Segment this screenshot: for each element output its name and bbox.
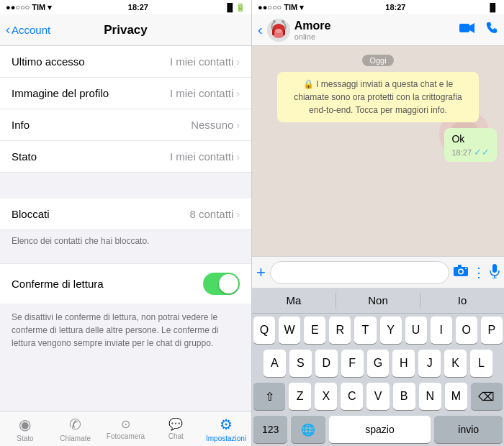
time-right: 18:27 [385, 3, 405, 12]
pred-word-2[interactable]: Non [336, 294, 420, 306]
key-f[interactable]: F [341, 350, 364, 377]
key-d[interactable]: D [315, 350, 338, 377]
status-cell[interactable]: Stato I miei contatti › [0, 141, 251, 173]
camera-icon [454, 265, 468, 276]
chat-body: Oggi 🔒 I messaggi inviati a questa chat … [252, 46, 504, 256]
blocked-cell[interactable]: Bloccati 8 contatti › [0, 199, 251, 230]
info-label: Info [12, 119, 30, 131]
chat-input-bar: + ⋮ [252, 256, 504, 288]
svg-rect-19 [492, 264, 497, 273]
key-s[interactable]: S [289, 350, 312, 377]
section-separator [0, 173, 251, 199]
message-time: 18:27 [451, 148, 472, 157]
mic-button[interactable] [490, 264, 500, 281]
date-badge: Oggi [259, 53, 497, 66]
key-u[interactable]: U [405, 317, 427, 344]
message-meta: 18:27 ✓✓ [451, 147, 490, 158]
key-h[interactable]: H [392, 350, 415, 377]
key-m[interactable]: M [445, 383, 467, 410]
status-label: Stato [12, 150, 37, 163]
battery-left: ▐▌🔋 [224, 3, 246, 12]
last-seen-cell[interactable]: Ultimo accesso I miei contatti › [0, 46, 251, 78]
key-w[interactable]: W [279, 317, 300, 344]
tab-fotocamera[interactable]: ⊙ Fotocamera [101, 417, 151, 440]
last-seen-label: Ultimo accesso [12, 55, 85, 68]
key-i[interactable]: I [431, 317, 452, 344]
chat-action-buttons [459, 22, 498, 38]
add-button[interactable]: + [256, 263, 266, 282]
profile-photo-cell[interactable]: Immagine del profilo I miei contatti › [0, 78, 251, 109]
key-row-4: 123 🌐 spazio invio [253, 416, 503, 443]
chevron-icon: › [236, 56, 240, 68]
chevron-icon: › [236, 88, 240, 99]
key-t[interactable]: T [354, 317, 376, 344]
key-j[interactable]: J [418, 350, 441, 377]
chevron-icon: › [236, 119, 240, 131]
chat-text-input[interactable] [270, 261, 449, 284]
key-globe[interactable]: 🌐 [291, 416, 325, 443]
more-button[interactable]: ⋮ [472, 265, 485, 281]
key-k[interactable]: K [444, 350, 467, 377]
key-z[interactable]: Z [289, 383, 311, 410]
chat-contact-info: Amore online [294, 19, 455, 41]
pred-word-1[interactable]: Ma [252, 294, 336, 306]
read-receipts-cell: Conferme di lettura [0, 263, 251, 304]
svg-marker-8 [469, 23, 474, 33]
key-r[interactable]: R [329, 317, 351, 344]
mic-icon [490, 264, 500, 278]
settings-list: Ultimo accesso I miei contatti › Immagin… [0, 46, 251, 411]
chat-nav-bar: ‹ Amore online [252, 14, 504, 46]
key-c[interactable]: C [341, 383, 363, 410]
camera-button[interactable] [454, 265, 468, 280]
key-shift[interactable]: ⇧ [253, 383, 285, 410]
pred-word-3[interactable]: Io [420, 294, 504, 306]
key-p[interactable]: P [481, 317, 503, 344]
tab-chiamate-label: Chiamate [60, 434, 91, 442]
info-cell[interactable]: Info Nessuno › [0, 109, 251, 141]
key-g[interactable]: G [367, 350, 390, 377]
tab-chiamate[interactable]: ✆ Chiamate [50, 416, 101, 442]
key-l[interactable]: L [470, 350, 492, 377]
key-delete[interactable]: ⌫ [471, 383, 503, 410]
tab-stato[interactable]: ◉ Stato [0, 416, 50, 442]
svg-point-4 [273, 20, 276, 23]
key-row-3: ⇧ Z X C V B N M ⌫ [253, 383, 503, 410]
time-left: 18:27 [128, 3, 148, 12]
svg-rect-2 [272, 29, 274, 35]
system-message[interactable]: 🔒 I messaggi inviati a questa chat e le … [277, 72, 479, 122]
key-b[interactable]: B [393, 383, 415, 410]
tab-bar: ◉ Stato ✆ Chiamate ⊙ Fotocamera 💬 Chat ⚙… [0, 411, 251, 446]
toggle-thumb [219, 274, 238, 293]
back-label: Account [12, 24, 50, 36]
stato-icon: ◉ [19, 416, 31, 433]
battery-right: ▐▌ [487, 3, 498, 12]
call-button[interactable] [485, 22, 498, 38]
key-n[interactable]: N [419, 383, 441, 410]
tab-impostazioni-label: Impostazioni [206, 434, 246, 442]
key-space[interactable]: spazio [329, 416, 431, 443]
key-v[interactable]: V [366, 383, 389, 410]
svg-point-18 [465, 268, 467, 269]
blocked-label: Bloccati [12, 208, 50, 220]
video-call-button[interactable] [459, 22, 475, 37]
contact-avatar [267, 19, 290, 42]
blocked-value: 8 contatti › [189, 208, 240, 220]
read-receipts-toggle[interactable] [203, 273, 240, 295]
key-return[interactable]: invio [434, 416, 503, 443]
key-e[interactable]: E [304, 317, 325, 344]
chat-back-button[interactable]: ‹ [258, 22, 263, 38]
carrier-right: ●●○○○ TIM ▾ [258, 3, 304, 12]
contact-name: Amore [294, 19, 455, 32]
key-a[interactable]: A [264, 350, 286, 377]
key-o[interactable]: O [456, 317, 477, 344]
message-bubble: Ok 18:27 ✓✓ [444, 128, 497, 162]
key-x[interactable]: X [315, 383, 337, 410]
tab-chat[interactable]: 💬 Chat [150, 417, 201, 440]
tab-impostazioni[interactable]: ⚙ Impostazioni [201, 416, 251, 442]
key-123[interactable]: 123 [253, 416, 287, 443]
chat-icon: 💬 [168, 417, 183, 431]
back-button[interactable]: ‹ Account [6, 22, 50, 37]
key-q[interactable]: Q [253, 317, 275, 344]
carrier-left: ●●○○○ TIM ▾ [6, 3, 52, 12]
key-y[interactable]: Y [380, 317, 402, 344]
